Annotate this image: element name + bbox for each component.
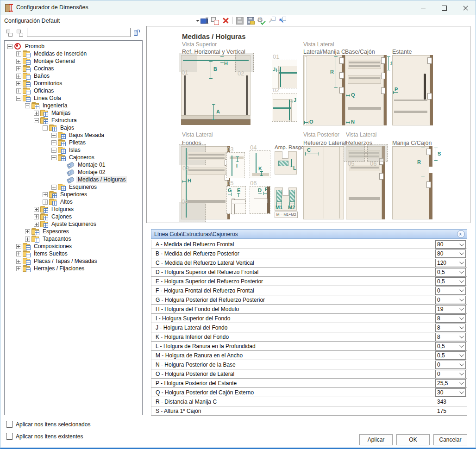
- tree-item-label[interactable]: Baños: [32, 73, 51, 79]
- tree-item-label[interactable]: Manijas: [50, 110, 72, 116]
- find-binoculars-icon[interactable]: [134, 29, 142, 36]
- param-value-combo[interactable]: 25,5: [435, 379, 466, 387]
- tree-item-label[interactable]: Ingeniería: [41, 102, 69, 109]
- param-value-combo[interactable]: 8: [435, 333, 466, 341]
- expand-icon[interactable]: [34, 111, 39, 116]
- tree-item-label[interactable]: Placas / Tapas / Mesadas: [32, 258, 99, 264]
- tree-item-label[interactable]: Ítems Sueltos: [32, 250, 69, 257]
- expand-icon[interactable]: [25, 229, 30, 234]
- chevron-down-icon[interactable]: [459, 252, 465, 255]
- chevron-down-icon[interactable]: [459, 298, 465, 301]
- param-value-combo[interactable]: 8: [435, 314, 466, 323]
- expand-icon[interactable]: [34, 222, 39, 227]
- expand-icon[interactable]: [16, 88, 21, 94]
- chevron-down-icon[interactable]: [459, 354, 465, 357]
- tree-item-dormitorios[interactable]: Dormitorios: [5, 80, 142, 87]
- tree-item-medidas-de-inserci-n[interactable]: Medidas de Inserción: [5, 50, 142, 57]
- tree-item-oficinas[interactable]: Oficinas: [5, 87, 142, 94]
- param-value-combo[interactable]: 0,5: [435, 342, 466, 350]
- close-button[interactable]: [455, 0, 476, 15]
- tree-item-montaje-02[interactable]: Montaje 02: [5, 168, 142, 176]
- chevron-down-icon[interactable]: [459, 280, 465, 283]
- tree-item-label[interactable]: Ajuste Esquineros: [50, 221, 98, 227]
- chevron-down-icon[interactable]: [459, 372, 465, 375]
- tree-item-esquineros[interactable]: Esquineros: [5, 183, 142, 191]
- collapse-icon[interactable]: [51, 155, 56, 160]
- collapse-icon[interactable]: [7, 44, 13, 49]
- param-value-combo[interactable]: 19: [435, 305, 466, 313]
- expand-icon[interactable]: [51, 133, 56, 138]
- collapse-icon[interactable]: [16, 96, 21, 101]
- tree-item-composiciones[interactable]: Composiciones: [5, 243, 142, 250]
- expand-icon[interactable]: [51, 185, 56, 190]
- expand-icon[interactable]: [16, 74, 21, 79]
- rename-config-icon[interactable]: [200, 17, 208, 25]
- tree-item-estructura[interactable]: Estructura: [5, 117, 142, 124]
- param-value-combo[interactable]: 0: [435, 287, 466, 295]
- collapse-section-button[interactable]: «: [457, 230, 465, 238]
- expand-icon[interactable]: [34, 214, 39, 219]
- tree-item-label[interactable]: Composiciones: [32, 243, 73, 249]
- chevron-down-icon[interactable]: [459, 289, 465, 292]
- tree-item-label[interactable]: Medidas / Holguras: [76, 176, 127, 183]
- tree-item-label[interactable]: Islas: [68, 147, 82, 153]
- chevron-down-icon[interactable]: [459, 270, 465, 274]
- param-value-combo[interactable]: 30: [435, 388, 466, 397]
- tree-item-label[interactable]: Cocinas: [32, 65, 55, 72]
- tree-item-label[interactable]: Bajos Mesada: [68, 132, 106, 138]
- save-config-icon[interactable]: [236, 17, 244, 25]
- tree-item-promob[interactable]: Promob: [5, 43, 142, 50]
- chevron-down-icon[interactable]: [459, 381, 465, 385]
- apply-gear-check-icon[interactable]: [257, 17, 265, 25]
- expand-icon[interactable]: [34, 207, 39, 212]
- tree-item-label[interactable]: Bajos: [59, 125, 75, 131]
- tree-item-manijas[interactable]: Manijas: [5, 109, 142, 117]
- tree-item-label[interactable]: Montaje 02: [76, 169, 106, 175]
- tree-item-bajos[interactable]: Bajos: [5, 124, 142, 131]
- param-value-combo[interactable]: 0,5: [435, 351, 466, 360]
- tree-item-label[interactable]: Piletas: [68, 139, 87, 146]
- import-arrow-icon[interactable]: [278, 17, 286, 25]
- chevron-down-icon[interactable]: [459, 307, 465, 311]
- param-value-combo[interactable]: 0: [435, 296, 466, 304]
- expand-icon[interactable]: [16, 59, 21, 64]
- expand-icon[interactable]: [16, 81, 21, 86]
- tree-item-label[interactable]: Esquineros: [68, 184, 98, 190]
- expand-icon[interactable]: [16, 244, 21, 249]
- tree-search-input[interactable]: [27, 28, 131, 37]
- collapse-icon[interactable]: [43, 125, 48, 131]
- param-value-combo[interactable]: 0,5: [435, 268, 466, 276]
- tree-item-espesores[interactable]: Espesores: [5, 228, 142, 235]
- chevron-down-icon[interactable]: [459, 317, 465, 320]
- expand-icon[interactable]: [43, 192, 48, 197]
- param-value-combo[interactable]: 80: [435, 240, 466, 249]
- tree-item-placas-tapas-mesadas[interactable]: Placas / Tapas / Mesadas: [5, 257, 142, 265]
- chevron-down-icon[interactable]: [459, 344, 465, 348]
- collapse-icon[interactable]: [25, 103, 30, 108]
- tree-item-tapacantos[interactable]: Tapacantos: [5, 235, 142, 243]
- expand-icon[interactable]: [16, 259, 21, 264]
- configuration-select[interactable]: Configuración Default: [4, 16, 200, 25]
- expand-all-button[interactable]: [16, 28, 25, 37]
- apply-selected-checkbox[interactable]: [6, 421, 13, 428]
- tree-item-label[interactable]: Medidas de Inserción: [32, 50, 88, 57]
- ok-button[interactable]: OK: [396, 434, 430, 445]
- tree-item-label[interactable]: Montaje 01: [76, 162, 106, 168]
- tree-item-superiores[interactable]: Superiores: [5, 191, 142, 198]
- chevron-down-icon[interactable]: [459, 335, 465, 338]
- tree-item-label[interactable]: Dormitorios: [32, 80, 63, 87]
- param-value-combo[interactable]: 8: [435, 324, 466, 332]
- expand-icon[interactable]: [43, 200, 48, 205]
- tree-item-holguras[interactable]: Holguras: [5, 206, 142, 213]
- extract-arrow-icon[interactable]: [268, 17, 276, 25]
- tree-item-tems-sueltos[interactable]: Ítems Sueltos: [5, 250, 142, 257]
- param-value-combo[interactable]: 0,5: [435, 277, 466, 286]
- param-value-combo[interactable]: 0: [435, 361, 466, 369]
- param-value-combo[interactable]: 80: [435, 249, 466, 258]
- minimize-button[interactable]: [413, 0, 433, 15]
- delete-config-icon[interactable]: [222, 17, 230, 25]
- tree-item-l-nea-gola[interactable]: Línea Gola: [5, 94, 142, 102]
- expand-icon[interactable]: [16, 266, 21, 271]
- tree-item-islas[interactable]: Islas: [5, 146, 142, 154]
- chevron-down-icon[interactable]: [459, 261, 465, 264]
